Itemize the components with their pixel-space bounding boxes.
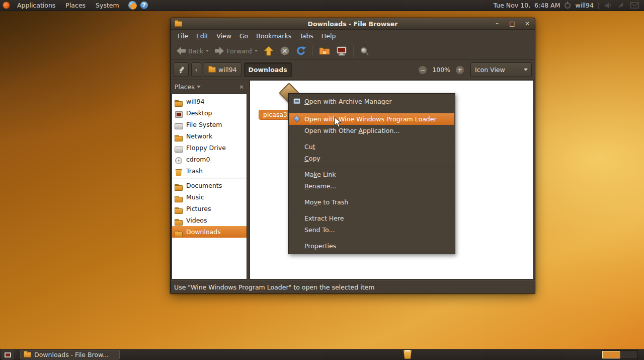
menu-item-rename[interactable]: Rename... <box>289 180 454 192</box>
taskbar-window-button[interactable]: Downloads - File Brow... <box>20 350 120 359</box>
pictures-folder-icon <box>175 205 183 212</box>
menu-item-open-with-other[interactable]: Open with Other Application... <box>289 125 454 136</box>
music-folder-icon <box>175 194 183 201</box>
menu-item-send-to[interactable]: Send To... <box>289 224 454 236</box>
menu-item-extract-here[interactable]: Extract Here <box>289 212 454 224</box>
sidebar-places-select[interactable]: Places <box>175 83 195 91</box>
sidebar-item-file-system[interactable]: File System <box>172 119 247 130</box>
sidebar-item-pictures[interactable]: Pictures <box>172 203 247 214</box>
menubar-view[interactable]: View <box>212 31 235 41</box>
sidebar: Places ✕ will94 Desktop File System Netw… <box>171 80 247 280</box>
menubar-file[interactable]: File <box>174 31 192 41</box>
reload-icon <box>296 46 306 56</box>
firefox-icon[interactable] <box>128 1 137 10</box>
breadcrumb-home-button[interactable]: will94 <box>204 62 242 77</box>
zoom-level: 100% <box>432 66 450 74</box>
menu-item-cut[interactable]: Cut <box>289 141 454 153</box>
show-desktop-icon <box>5 352 11 357</box>
forward-button[interactable]: Forward <box>213 45 259 56</box>
volume-icon[interactable] <box>605 2 613 9</box>
floppy-icon <box>175 145 183 152</box>
chevron-down-icon <box>524 68 528 71</box>
menu-item-make-link[interactable]: Make Link <box>289 169 454 180</box>
sidebar-item-music[interactable]: Music <box>172 191 247 203</box>
wine-icon <box>293 115 301 123</box>
back-history-chevron-icon[interactable] <box>206 50 209 52</box>
computer-icon <box>336 46 347 56</box>
power-icon[interactable] <box>565 3 571 9</box>
home-button[interactable] <box>317 45 332 57</box>
archive-manager-icon <box>293 98 301 105</box>
sidebar-close-button[interactable]: ✕ <box>239 84 244 91</box>
workspace-switcher[interactable] <box>602 350 638 359</box>
menu-separator <box>290 194 454 194</box>
workspace-1[interactable] <box>602 351 620 358</box>
menu-places[interactable]: Places <box>60 0 91 11</box>
trash-applet-icon[interactable] <box>403 350 412 359</box>
maximize-button[interactable]: □ <box>509 20 516 27</box>
forward-label: Forward <box>226 47 252 55</box>
menu-item-copy[interactable]: Copy <box>289 153 454 164</box>
menu-system[interactable]: System <box>91 0 124 11</box>
username[interactable]: will94 <box>575 2 594 9</box>
reload-button[interactable] <box>294 44 308 57</box>
sidebar-separator <box>172 178 247 179</box>
breadcrumb-scroll-left-button[interactable]: ‹ <box>191 62 201 77</box>
toolbar-separator <box>312 45 313 57</box>
search-icon <box>360 46 369 56</box>
menubar-bookmarks[interactable]: Bookmarks <box>252 31 295 41</box>
forward-icon <box>215 47 224 55</box>
menubar-help[interactable]: Help <box>317 31 340 41</box>
sidebar-item-floppy[interactable]: Floppy Drive <box>172 142 247 154</box>
minimize-button[interactable]: – <box>494 20 501 27</box>
titlebar[interactable]: Downloads - File Browser – □ ✕ <box>171 18 535 30</box>
edit-location-button[interactable] <box>174 62 189 77</box>
menu-item-open-with-wine[interactable]: Open with Wine Windows Program Loader <box>289 113 454 125</box>
computer-button[interactable] <box>334 45 349 57</box>
status-text: Use "Wine Windows Program Loader" to ope… <box>174 283 374 291</box>
sidebar-item-cdrom0[interactable]: cdrom0 <box>172 154 247 165</box>
up-button[interactable] <box>262 44 276 57</box>
context-menu: Open with Archive Manager Open with Wine… <box>288 93 455 254</box>
menu-separator <box>290 138 454 139</box>
menubar: File Edit View Go Bookmarks Tabs Help <box>171 30 535 42</box>
forward-history-chevron-icon[interactable] <box>255 50 258 52</box>
sidebar-item-downloads[interactable]: Downloads <box>172 226 247 238</box>
breadcrumb-downloads-button[interactable]: Downloads <box>244 62 292 77</box>
up-icon <box>264 46 274 56</box>
menu-applications[interactable]: Applications <box>12 0 60 11</box>
search-button[interactable] <box>358 45 371 57</box>
close-button[interactable]: ✕ <box>524 20 531 27</box>
clock[interactable]: Tue Nov 10, 6:48 AM <box>494 2 560 9</box>
menubar-edit[interactable]: Edit <box>192 31 212 41</box>
help-icon[interactable]: ? <box>140 2 148 9</box>
menubar-tabs[interactable]: Tabs <box>295 31 317 41</box>
menu-item-properties[interactable]: Properties <box>289 240 454 252</box>
back-button[interactable]: Back <box>175 45 211 56</box>
sidebar-item-videos[interactable]: Videos <box>172 214 247 226</box>
workspace-2[interactable] <box>620 351 638 358</box>
sidebar-item-documents[interactable]: Documents <box>172 180 247 191</box>
mail-icon[interactable] <box>630 2 639 9</box>
stop-button[interactable] <box>278 44 292 57</box>
downloads-folder-icon <box>175 229 183 236</box>
desktop: Applications Places System ? Tue Nov 10,… <box>0 0 644 360</box>
show-desktop-button[interactable] <box>2 350 14 359</box>
ubuntu-logo-icon[interactable] <box>3 2 10 9</box>
zoom-out-button[interactable]: − <box>419 66 427 74</box>
drive-icon <box>175 121 183 128</box>
menu-item-open-with-archive-manager[interactable]: Open with Archive Manager <box>289 96 454 107</box>
sidebar-item-trash[interactable]: Trash <box>172 165 247 177</box>
menu-item-move-to-trash[interactable]: Move to Trash <box>289 196 454 208</box>
menubar-go[interactable]: Go <box>235 31 252 41</box>
sidebar-item-network[interactable]: Network <box>172 130 247 142</box>
sidebar-item-desktop[interactable]: Desktop <box>172 107 247 119</box>
mouse-cursor <box>334 117 342 128</box>
taskbar-window-label: Downloads - File Brow... <box>34 351 109 358</box>
network-plug-icon[interactable] <box>617 2 625 9</box>
zoom-in-button[interactable]: + <box>456 66 464 74</box>
sidebar-item-home[interactable]: will94 <box>172 96 247 107</box>
view-mode-select[interactable]: Icon View <box>470 62 532 77</box>
window-folder-icon <box>175 21 182 27</box>
home-folder-icon <box>175 98 183 105</box>
